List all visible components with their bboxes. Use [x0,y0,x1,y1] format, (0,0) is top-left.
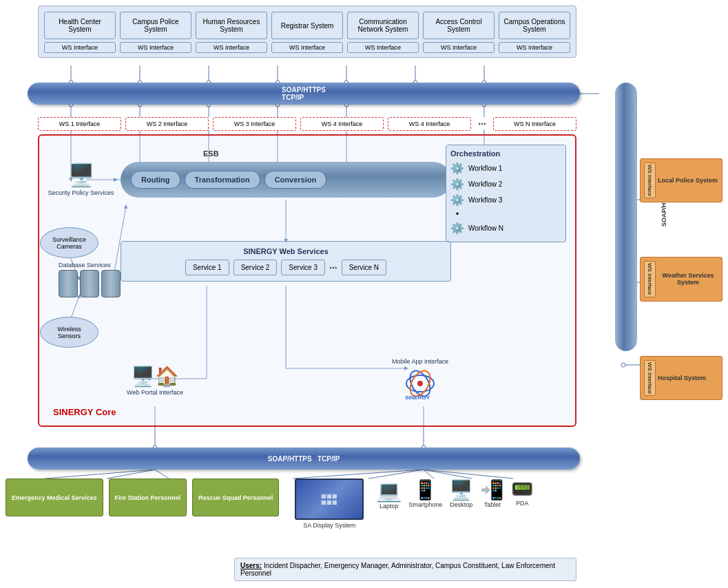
sinergy-ws-title: SINERGY Web Services [127,247,445,255]
ws2-interface: WS 2 Interface [125,117,209,131]
workflow-1: ⚙️ Workflow 1 [450,162,561,175]
human-resources-system: Human Resources System WS Interface [196,12,267,53]
diagram-container: Health Center System WS Interface Campus… [0,0,728,588]
sinergy-ws-box: SINERGY Web Services Service 1 Service 2… [121,241,451,282]
laptop-label: Laptop [376,503,402,510]
health-center-system: Health Center System WS Interface [44,12,116,53]
tablet-device: 📲 Tablet [480,479,504,508]
workflow-dots-icon: • [456,209,459,219]
services-row: Service 1 Service 2 Service 3 ··· Servic… [127,260,445,275]
database-label: Database Services [59,262,141,269]
laptop-device: 💻 Laptop [376,479,402,510]
svg-line-50 [155,470,169,479]
desktop-label: Desktop [449,501,473,508]
workflow-1-label: Workflow 1 [468,165,502,172]
ws4-interface: WS 4 Interface [300,117,384,131]
wireless-cloud: Wireless Sensors [40,317,98,348]
laptop-icon: 💻 [376,479,402,503]
security-label: Security Policy Services [45,189,117,196]
security-policy-area: 🖥️ Security Policy Services [45,162,117,196]
smartphone-label: Smartphone [408,501,442,508]
registrar-label: Registrar System [271,12,343,39]
workflow-2-label: Workflow 2 [468,180,502,188]
sa-display-screen: ▦▦▦▦▦▦ [295,479,364,520]
smartphone-icon: 📱 [408,479,442,501]
campus-police-ws: WS Interface [120,42,191,53]
hospital-system: WS Interface Hospital System [640,356,722,400]
service-n: Service N [342,260,386,275]
workflow-n: ⚙️ Workflow N [450,222,561,235]
web-portal-area: 🖥️🏠 Web Portal Interface [107,365,203,396]
access-control-label: Access Control System [423,12,495,39]
mobile-app-label: Mobile App Interface [372,358,468,365]
wireless-area: Wireless Sensors [40,317,98,348]
campus-police-system: Campus Police System WS Interface [120,12,191,53]
services-dots: ··· [329,262,337,273]
registrar-system: Registrar System WS Interface [271,12,343,53]
soap-pipe-bottom-label: SOAP/HTTPS TCP/IP [268,455,340,463]
transformation-component: Transformation [185,171,260,189]
svg-text:SINERGY: SINERGY [405,395,430,401]
health-center-ws: WS Interface [44,42,116,53]
campus-police-label: Campus Police System [120,12,191,39]
workflow-dots: • [450,209,561,219]
surveillance-label: Surveillance Cameras [46,236,92,250]
workflow-3-label: Workflow 3 [468,196,502,204]
wireless-label: Wireless Sensors [46,326,92,339]
db-cylinder-2 [80,270,99,297]
gear-icon-1: ⚙️ [450,162,464,175]
comm-network-system: Communication Network System WS Interfac… [347,12,419,53]
surveillance-area: Surveillance Cameras [40,227,98,258]
tablet-icon: 📲 [480,479,504,501]
workflow-3: ⚙️ Workflow 3 [450,193,561,207]
health-center-label: Health Center System [44,12,116,39]
soap-pipe-right [615,83,637,351]
svg-line-53 [424,470,434,479]
service-2: Service 2 [233,260,278,275]
core-label: SINERGY Core [53,407,116,417]
desktop-device: 🖥️ Desktop [449,479,473,508]
database-area: Database Services [59,262,141,297]
gear-icon-3: ⚙️ [450,193,464,207]
registrar-ws: WS Interface [271,42,343,53]
pda-label: PDA [511,500,533,507]
soap-pipe-top-label: SOAP/HTTPSTCP/IP [282,86,326,101]
ws3-interface: WS 3 Interface [213,117,296,131]
weather-label: Weather Services System [658,272,718,286]
pda-icon: 📟 [511,479,533,500]
human-resources-ws: WS Interface [196,42,267,53]
comm-network-ws: WS Interface [347,42,419,53]
soap-pipe-top: SOAP/HTTPSTCP/IP [28,83,580,105]
access-control-system: Access Control System WS Interface [423,12,495,53]
rescue-squad-box: Rescue Squad Personnel [192,479,279,516]
orchestration-title: Orchestration [450,149,561,158]
human-resources-label: Human Resources System [196,12,267,39]
orchestration-box: Orchestration ⚙️ Workflow 1 ⚙️ Workflow … [446,145,566,242]
web-portal-label: Web Portal Interface [107,389,203,396]
workflow-2: ⚙️ Workflow 2 [450,178,561,191]
surveillance-cloud: Surveillance Cameras [40,227,98,258]
hospital-label: Hospital System [658,375,706,381]
campus-ops-ws: WS Interface [499,42,570,53]
weather-services-system: WS Interface Weather Services System [640,257,722,301]
soap-pipe-bottom: SOAP/HTTPS TCP/IP [28,448,580,470]
users-label: Users: [240,562,262,569]
svg-line-54 [424,470,472,479]
ws-interfaces-row: WS 1 Interface WS 2 Interface WS 3 Inter… [38,117,576,131]
wsN-interface: WS N Interface [493,117,576,131]
svg-point-63 [621,363,625,367]
esb-pipe: Routing Transformation Conversion [121,162,451,198]
pda-device: 📟 PDA [511,479,533,507]
mobile-app-area: Mobile App Interface SINERGY [372,358,468,406]
ws1-interface: WS 1 Interface [38,117,121,131]
hospital-ws: WS Interface [644,360,656,396]
top-systems-container: Health Center System WS Interface Campus… [38,6,576,58]
desktop-icon: 🖥️ [449,479,473,501]
svg-point-68 [417,381,423,386]
sa-display-label: SA Display System [295,522,364,529]
right-systems: WS Interface Local Police System WS Inte… [640,158,722,400]
users-box: Users: Incident Dispacher, Emergency Man… [234,558,576,581]
ws-dots: ··· [475,118,489,129]
routing-component: Routing [131,171,180,189]
gear-icon-n: ⚙️ [450,222,464,235]
